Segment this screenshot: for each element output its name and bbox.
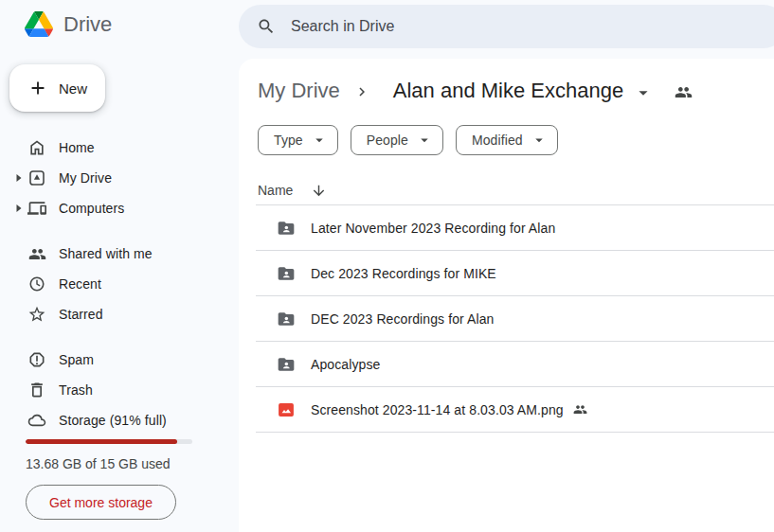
file-name: DEC 2023 Recordings for Alan: [311, 311, 494, 327]
product-name: Drive: [63, 12, 112, 37]
shared-folder-icon: [277, 310, 296, 328]
search-placeholder: Search in Drive: [291, 18, 394, 35]
filter-chips: Type People Modified: [258, 125, 558, 155]
sidebar-item-label: Spam: [59, 352, 94, 367]
storage-progressbar: [26, 439, 192, 444]
shared-with-me-icon: [27, 244, 46, 263]
chevron-down-icon: [633, 82, 654, 103]
plus-icon: [27, 78, 48, 98]
search-icon: [257, 17, 276, 36]
chevron-down-icon: [416, 132, 433, 149]
new-button[interactable]: New: [9, 64, 105, 112]
expand-arrow-icon[interactable]: [15, 174, 23, 182]
file-name: Dec 2023 Recordings for MIKE: [311, 266, 496, 281]
file-row[interactable]: DEC 2023 Recordings for Alan: [256, 296, 774, 342]
file-row[interactable]: Apocalypse: [256, 342, 774, 387]
file-row[interactable]: Dec 2023 Recordings for MIKE: [256, 251, 774, 296]
chevron-right-icon: [353, 83, 370, 100]
drive-brand: Drive: [25, 11, 112, 37]
filter-chip-people[interactable]: People: [351, 125, 443, 155]
sidebar-item-recent[interactable]: Recent: [0, 269, 239, 299]
sidebar-item-trash[interactable]: Trash: [0, 375, 239, 405]
chevron-down-icon: [311, 132, 328, 149]
sidebar-item-computers[interactable]: Computers: [0, 193, 239, 223]
breadcrumb-current-folder[interactable]: Alan and Mike Exchange: [393, 79, 654, 103]
breadcrumb-current-label: Alan and Mike Exchange: [393, 79, 623, 103]
filter-chip-modified[interactable]: Modified: [456, 125, 558, 155]
sidebar-item-label: Trash: [59, 382, 93, 398]
content-panel: My Drive Alan and Mike Exchange Type Peo…: [239, 59, 774, 532]
starred-icon: [27, 305, 46, 324]
sidebar-item-label: Storage (91% full): [59, 413, 167, 428]
file-list: Name Later November 2023 Recording for A…: [256, 176, 774, 433]
sidebar-item-home[interactable]: Home: [0, 133, 239, 163]
filter-chip-label: People: [367, 133, 408, 148]
breadcrumb-my-drive[interactable]: My Drive: [258, 79, 340, 103]
file-name: Later November 2023 Recording for Alan: [311, 221, 555, 236]
shared-folder-icon: [277, 219, 296, 238]
storage-progress-fill: [26, 439, 177, 444]
storage-cloud-icon: [27, 411, 46, 430]
sidebar-item-label: Starred: [59, 307, 103, 322]
get-more-storage-button[interactable]: Get more storage: [26, 485, 176, 520]
expand-arrow-icon[interactable]: [15, 204, 23, 212]
filter-chip-type[interactable]: Type: [258, 125, 338, 155]
storage-usage-text: 13.68 GB of 15 GB used: [26, 456, 171, 471]
sidebar-item-starred[interactable]: Starred: [0, 299, 239, 329]
filter-chip-label: Modified: [472, 133, 523, 148]
sidebar-item-shared-with-me[interactable]: Shared with me: [0, 239, 239, 269]
trash-icon: [27, 381, 46, 399]
sidebar-item-label: Home: [59, 140, 95, 155]
file-row[interactable]: Later November 2023 Recording for Alan: [256, 205, 774, 251]
sidebar-item-label: My Drive: [59, 170, 112, 186]
sidebar-item-label: Shared with me: [59, 246, 153, 261]
search-bar[interactable]: Search in Drive: [239, 5, 774, 48]
home-icon: [27, 138, 46, 157]
sidebar-item-label: Recent: [59, 276, 101, 292]
shared-folder-icon: [277, 264, 296, 283]
name-column-header[interactable]: Name: [256, 176, 774, 205]
sidebar-nav: Home My Drive Computers Shared: [0, 133, 239, 435]
chevron-down-icon: [531, 132, 548, 149]
my-drive-icon: [27, 168, 46, 187]
sort-arrow-down-icon: [311, 183, 327, 199]
new-button-label: New: [59, 80, 87, 97]
recent-icon: [27, 275, 46, 293]
shared-folder-icon: [277, 355, 296, 374]
folder-members-button[interactable]: [675, 83, 693, 101]
drive-logo-icon: [25, 11, 53, 37]
spam-icon: [27, 350, 46, 369]
name-column-label: Name: [258, 183, 293, 198]
google-drive-app: Drive Search in Drive New Home: [0, 0, 774, 532]
file-name: Apocalypse: [311, 357, 380, 372]
file-name: Screenshot 2023-11-14 at 8.03.03 AM.png: [311, 402, 564, 417]
file-row[interactable]: Screenshot 2023-11-14 at 8.03.03 AM.png: [256, 387, 774, 433]
computers-icon: [27, 199, 46, 218]
breadcrumb: My Drive Alan and Mike Exchange: [258, 78, 693, 104]
sidebar-item-label: Computers: [59, 201, 124, 216]
members-icon: [675, 83, 693, 101]
sidebar-item-storage[interactable]: Storage (91% full): [0, 405, 239, 435]
image-file-icon: [277, 400, 296, 419]
sidebar-item-spam[interactable]: Spam: [0, 345, 239, 375]
shared-people-icon: [573, 402, 587, 417]
sidebar-item-my-drive[interactable]: My Drive: [0, 163, 239, 193]
filter-chip-label: Type: [274, 133, 303, 148]
